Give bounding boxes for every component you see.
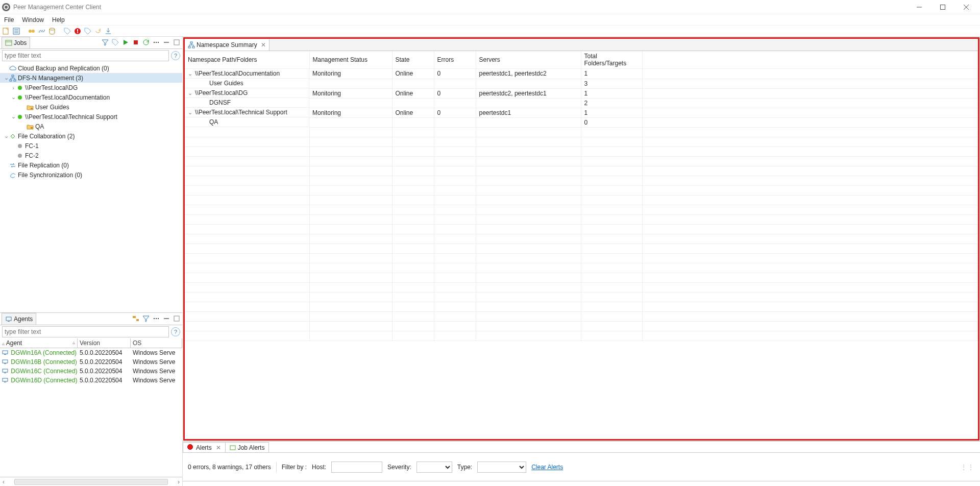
tree-node-fc1[interactable]: FC-1: [0, 141, 182, 151]
alerts-tab[interactable]: Alerts ✕: [183, 442, 226, 452]
namespace-row-blank: [185, 263, 978, 273]
jobs-tab[interactable]: Jobs: [2, 37, 30, 48]
menu-file[interactable]: File: [4, 16, 14, 23]
agents-filter-icon[interactable]: [142, 315, 151, 323]
menu-window[interactable]: Window: [22, 16, 44, 23]
toolbar-new-icon[interactable]: [2, 27, 10, 35]
severity-select[interactable]: [416, 461, 452, 473]
toolbar-peers-icon[interactable]: [28, 27, 36, 35]
tree-node-dfs-doc[interactable]: ⌄\\PeerTest.local\Documentation: [0, 92, 182, 102]
tree-node-cloud[interactable]: Cloud Backup and Replication (0): [0, 63, 182, 73]
namespace-icon: [188, 41, 195, 48]
toolbar-properties-icon[interactable]: [12, 27, 20, 35]
toolbar-refresh-icon[interactable]: [94, 27, 102, 35]
namespace-row-blank: [185, 195, 978, 205]
toolbar-tag-icon[interactable]: [63, 27, 71, 35]
agents-tab[interactable]: Agents: [2, 313, 36, 325]
agent-row[interactable]: DGWin16C (Connected)5.0.0.20220504Window…: [0, 367, 182, 376]
namespace-row[interactable]: User Guides3: [185, 79, 978, 88]
jobs-help-icon[interactable]: ?: [171, 51, 180, 60]
jobs-tree[interactable]: Cloud Backup and Replication (0)⌄DFS-N M…: [0, 62, 182, 312]
agent-row[interactable]: DGWin16D (Connected)5.0.0.20220504Window…: [0, 376, 182, 385]
toolbar-download-icon[interactable]: [104, 27, 112, 35]
tree-node-dfs-dg[interactable]: ›\\PeerTest.local\DG: [0, 83, 182, 92]
agent-row[interactable]: DGWin16A (Connected)5.0.0.20220504Window…: [0, 348, 182, 357]
job-alerts-tab[interactable]: Job Alerts: [226, 442, 270, 452]
agents-list[interactable]: DGWin16A (Connected)5.0.0.20220504Window…: [0, 348, 182, 477]
namespace-row[interactable]: ⌄\\PeerTest.local\DocumentationMonitorin…: [185, 69, 978, 79]
namespace-row-blank: [185, 185, 978, 195]
jobs-minimize-icon[interactable]: [163, 39, 171, 47]
col-servers[interactable]: Servers: [476, 51, 581, 69]
tree-node-frepl[interactable]: File Replication (0): [0, 160, 182, 170]
maximize-button[interactable]: [931, 0, 954, 14]
jobs-refresh-icon[interactable]: [142, 39, 151, 47]
namespace-row[interactable]: DGNSF2: [185, 98, 978, 108]
jobs-maximize-icon[interactable]: [173, 39, 181, 47]
svg-point-13: [156, 42, 157, 43]
svg-rect-29: [164, 318, 169, 319]
agents-filter-input[interactable]: [2, 326, 169, 337]
svg-rect-19: [14, 80, 16, 81]
menu-help[interactable]: Help: [52, 16, 65, 23]
agents-help-icon[interactable]: ?: [171, 327, 180, 336]
tree-node-dfs-ts[interactable]: ⌄\\PeerTest.local\Technical Support: [0, 112, 182, 121]
alerts-tab-close-icon[interactable]: ✕: [216, 444, 221, 451]
status-strip: [183, 481, 980, 486]
tree-node-fcoll[interactable]: ⌄File Collaboration (2): [0, 131, 182, 141]
namespace-row[interactable]: ⌄\\PeerTest.local\Technical SupportMonit…: [185, 108, 978, 117]
jobs-tag-icon[interactable]: [112, 39, 120, 47]
namespace-summary-panel: Namespace Summary ✕ Namespace Path/Folde…: [183, 37, 979, 441]
jobs-filter-input[interactable]: [2, 50, 169, 61]
namespace-row-blank: [185, 321, 978, 331]
col-total[interactable]: Total Folders/Targets: [581, 51, 642, 69]
agents-title: Agents: [14, 315, 33, 323]
agents-hscroll[interactable]: ‹›: [0, 477, 182, 486]
namespace-table[interactable]: Namespace Path/Folders Management Status…: [185, 51, 978, 341]
svg-point-5: [50, 28, 55, 30]
namespace-tab-close-icon[interactable]: ✕: [261, 41, 266, 48]
tree-node-fc2[interactable]: FC-2: [0, 151, 182, 160]
agent-row[interactable]: DGWin16B (Connected)5.0.0.20220504Window…: [0, 357, 182, 367]
jobs-title: Jobs: [14, 39, 27, 46]
tree-node-dfs-ug[interactable]: User Guides: [0, 102, 182, 112]
agents-menu-icon[interactable]: [153, 315, 161, 323]
agents-detail-icon[interactable]: [132, 315, 140, 323]
host-input[interactable]: [331, 461, 382, 473]
svg-rect-39: [190, 42, 192, 43]
type-select[interactable]: [477, 461, 526, 473]
tree-node-dfs-qa[interactable]: QA: [0, 121, 182, 131]
toolbar-db-icon[interactable]: [48, 27, 56, 35]
svg-point-28: [158, 318, 159, 319]
jobs-play-icon[interactable]: [122, 39, 130, 47]
alerts-panel: Alerts ✕ Job Alerts 0 errors, 8 warnings…: [183, 441, 980, 486]
agents-minimize-icon[interactable]: [163, 315, 171, 323]
window-title: Peer Management Center Client: [13, 4, 101, 11]
agents-maximize-icon[interactable]: [173, 315, 181, 323]
jobs-stop-icon[interactable]: [132, 39, 140, 47]
minimize-button[interactable]: [908, 0, 931, 14]
namespace-row[interactable]: QA0: [185, 117, 978, 127]
namespace-row-blank: [185, 302, 978, 311]
col-status[interactable]: Management Status: [309, 51, 392, 69]
tree-node-dfs[interactable]: ⌄DFS-N Management (3): [0, 73, 182, 83]
namespace-summary-tab[interactable]: Namespace Summary ✕: [185, 39, 270, 51]
col-path[interactable]: Namespace Path/Folders: [185, 51, 309, 69]
toolbar-link-icon[interactable]: [38, 27, 46, 35]
svg-rect-24: [133, 316, 136, 318]
namespace-row[interactable]: ⌄\\PeerTest.local\DGMonitoringOnline0pee…: [185, 88, 978, 98]
jobs-filter-icon[interactable]: [102, 39, 110, 47]
jobs-menu-icon[interactable]: [153, 39, 161, 47]
grip-icon[interactable]: ⋮⋮: [961, 464, 975, 471]
col-state[interactable]: State: [392, 51, 434, 69]
agents-columns[interactable]: ▵ Agent▵ Version OS: [0, 338, 182, 348]
namespace-row-blank: [185, 166, 978, 176]
agents-pane-header: Agents: [0, 313, 182, 325]
toolbar-tag2-icon[interactable]: [84, 27, 92, 35]
close-button[interactable]: [954, 0, 978, 14]
toolbar-error-icon[interactable]: [74, 27, 82, 35]
tree-node-fsync[interactable]: File Synchronization (0): [0, 170, 182, 180]
clear-alerts-link[interactable]: Clear Alerts: [531, 464, 563, 471]
col-errors[interactable]: Errors: [434, 51, 476, 69]
svg-rect-40: [188, 46, 190, 48]
